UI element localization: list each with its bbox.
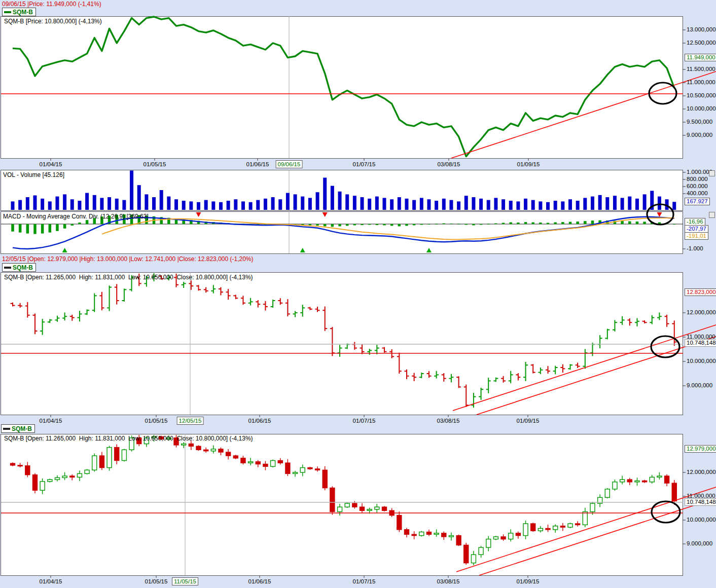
macd-histogram-bar bbox=[338, 224, 341, 226]
volume-bar bbox=[100, 198, 103, 210]
macd-histogram-bar bbox=[49, 224, 52, 233]
macd-histogram-bar bbox=[353, 224, 356, 225]
candle-body bbox=[338, 507, 342, 511]
y-tick-label: 10.500,000 bbox=[687, 92, 716, 98]
candle-chart-plot[interactable] bbox=[1, 434, 683, 576]
candle-body bbox=[493, 537, 498, 539]
x-tick-label: 03/08/15 bbox=[438, 161, 460, 167]
volume-bar bbox=[115, 199, 119, 210]
macd-histogram-bar bbox=[531, 223, 534, 224]
candle-body bbox=[434, 533, 439, 534]
tab-sqmb-1[interactable]: SQM-B bbox=[2, 8, 36, 16]
macd-histogram-bar bbox=[56, 224, 59, 231]
volume-bar bbox=[509, 201, 513, 210]
x-tick-label: 01/07/15 bbox=[353, 578, 376, 584]
macd-histogram-bar bbox=[457, 224, 460, 225]
x-tick-label: 01/04/15 bbox=[40, 418, 62, 424]
candle-body bbox=[77, 473, 82, 477]
volume-bar bbox=[605, 197, 609, 210]
candle-body bbox=[523, 524, 528, 536]
candle-body bbox=[627, 480, 632, 482]
volume-bar bbox=[331, 186, 334, 210]
volume-bar bbox=[308, 198, 312, 210]
volume-bar bbox=[301, 197, 304, 210]
crosshair-date-box: 12/05/15 bbox=[177, 417, 204, 425]
macd-histogram-bar bbox=[561, 222, 564, 224]
volume-bar bbox=[546, 202, 550, 210]
y-tick-label: 12.000,000 bbox=[687, 309, 716, 315]
macd-histogram-bar bbox=[19, 224, 22, 233]
candle-body bbox=[456, 536, 461, 545]
ohlc-chart-plot[interactable] bbox=[1, 273, 683, 415]
chart3-legend: SQM-B [Open: 11.265,000 High: 11.831,000… bbox=[4, 435, 253, 442]
x-tick-label: 01/09/15 bbox=[517, 578, 540, 584]
candle-body bbox=[32, 475, 37, 491]
y-tick-label: 400.000 bbox=[687, 190, 708, 196]
candle-body bbox=[426, 532, 431, 535]
candle-body bbox=[397, 516, 402, 530]
volume-bar bbox=[494, 198, 497, 210]
candle-body bbox=[367, 509, 372, 510]
candle-body bbox=[635, 481, 639, 482]
macd-histogram-bar bbox=[547, 223, 550, 224]
macd-histogram-bar bbox=[576, 222, 579, 224]
volume-bar bbox=[628, 197, 631, 210]
crosshair-info-line-middle: 12/05/15 |Open: 12.979,000 |High: 13.000… bbox=[2, 255, 254, 263]
candle-body bbox=[560, 526, 565, 527]
candle-body bbox=[278, 461, 282, 463]
volume-bar bbox=[487, 200, 490, 210]
volume-bar bbox=[26, 197, 29, 210]
volume-bar bbox=[390, 199, 393, 210]
candle-body bbox=[375, 507, 379, 509]
macd-histogram-bar bbox=[472, 224, 475, 225]
candle-body bbox=[99, 456, 104, 468]
volume-bar bbox=[249, 202, 253, 210]
volume-bar bbox=[539, 201, 542, 210]
candle-body bbox=[226, 452, 231, 456]
candle-body bbox=[122, 450, 126, 460]
macd-histogram-bar bbox=[465, 224, 468, 225]
y-tick-label: 11.000,000 bbox=[687, 79, 715, 85]
candle-body bbox=[204, 450, 208, 451]
y-tick-label: 800.000 bbox=[687, 176, 708, 182]
price-chart-plot[interactable] bbox=[1, 17, 683, 159]
candle-body bbox=[300, 468, 305, 472]
candle-body bbox=[182, 444, 186, 445]
macd-histogram-bar bbox=[628, 222, 631, 224]
macd-histogram-bar bbox=[509, 223, 512, 224]
tab-sqmb-2[interactable]: SQM-B bbox=[2, 263, 36, 272]
volume-bar bbox=[502, 199, 505, 210]
volume-bar bbox=[621, 198, 624, 210]
volume-bar bbox=[160, 190, 163, 210]
volume-bar bbox=[227, 201, 230, 210]
candle-body bbox=[650, 477, 654, 482]
volume-bar bbox=[345, 194, 349, 210]
x-tick-label: 01/04/15 bbox=[40, 578, 62, 584]
candle-body bbox=[189, 444, 193, 447]
macd-histogram-bar bbox=[636, 222, 639, 224]
volume-bar bbox=[361, 197, 364, 210]
macd-histogram-bar bbox=[86, 220, 89, 224]
tab-sqmb-3[interactable]: SQM-B bbox=[1, 424, 35, 433]
macd-histogram-bar bbox=[494, 224, 497, 224]
candle-body bbox=[25, 466, 30, 475]
macd-histogram-bar bbox=[621, 221, 624, 224]
volume-bar bbox=[294, 194, 297, 210]
candle-body bbox=[263, 464, 268, 467]
macd-histogram-bar bbox=[405, 224, 408, 226]
macd-panel-settings-icon[interactable] bbox=[709, 212, 715, 218]
volume-bar bbox=[174, 199, 178, 210]
candle-body bbox=[672, 483, 676, 501]
candle-body bbox=[642, 481, 647, 482]
candle-body bbox=[442, 533, 446, 537]
candle-body bbox=[419, 532, 424, 536]
candle-body bbox=[308, 468, 312, 469]
axis-value-box-gray: 10.748,148 bbox=[685, 498, 716, 506]
volume-panel-settings-icon[interactable] bbox=[709, 170, 715, 176]
macd-histogram-bar bbox=[435, 224, 438, 225]
macd-histogram-bar bbox=[591, 220, 594, 224]
macd-histogram-bar bbox=[33, 224, 37, 234]
macd-histogram-bar bbox=[331, 224, 334, 227]
x-tick-label: 01/09/15 bbox=[517, 161, 540, 167]
volume-bar bbox=[531, 200, 535, 210]
